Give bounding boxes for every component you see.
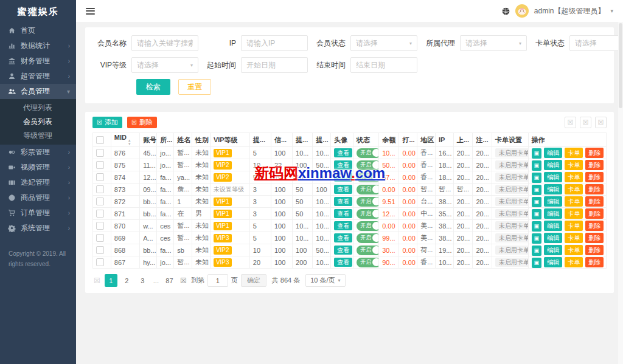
page-number[interactable]: 3 bbox=[136, 274, 149, 287]
card-button[interactable]: 卡单 bbox=[565, 184, 583, 194]
export-icon-button[interactable]: ☒ bbox=[580, 117, 591, 128]
row-detail-icon-button[interactable]: ▣ bbox=[532, 160, 542, 171]
avatar-view-button[interactable]: 查看 bbox=[334, 160, 352, 170]
row-checkbox[interactable] bbox=[96, 246, 104, 254]
avatar-view-button[interactable]: 查看 bbox=[334, 197, 352, 206]
avatar-view-button[interactable]: 查看 bbox=[334, 221, 352, 230]
row-detail-icon-button[interactable]: ▣ bbox=[532, 246, 542, 256]
vip-level-select[interactable]: 请选择▾ bbox=[131, 57, 198, 73]
status-toggle[interactable]: 开启 bbox=[357, 185, 379, 194]
page-number[interactable]: 1 bbox=[105, 274, 117, 287]
card-status-select[interactable]: 请选择▾ bbox=[569, 35, 623, 51]
batch-delete-button[interactable]: ☒ 删除 bbox=[127, 117, 157, 128]
card-button[interactable]: 卡单 bbox=[565, 245, 583, 255]
sidebar-item-members[interactable]: 会员管理▾ bbox=[0, 84, 76, 99]
card-button[interactable]: 卡单 bbox=[565, 233, 583, 243]
ip-input[interactable] bbox=[241, 35, 308, 51]
sidebar-item-video[interactable]: 视频管理› bbox=[0, 160, 76, 175]
reset-button[interactable]: 重置 bbox=[178, 79, 211, 95]
delete-button[interactable]: 删除 bbox=[585, 245, 604, 255]
select-all-checkbox[interactable] bbox=[96, 136, 104, 144]
row-detail-icon-button[interactable]: ▣ bbox=[532, 233, 542, 244]
card-button[interactable]: 卡单 bbox=[565, 160, 583, 170]
globe-icon[interactable] bbox=[502, 7, 510, 15]
delete-button[interactable]: 删除 bbox=[585, 160, 604, 170]
avatar[interactable] bbox=[515, 4, 529, 18]
row-detail-icon-button[interactable]: ▣ bbox=[532, 197, 542, 207]
sidebar-item-agent-list[interactable]: 代理列表 bbox=[0, 101, 76, 115]
agent-select[interactable]: 请选择▾ bbox=[460, 35, 527, 51]
sidebar-item-finance[interactable]: 财务管理› bbox=[0, 53, 76, 69]
sidebar-item-member-list[interactable]: 会员列表 bbox=[0, 115, 76, 129]
row-checkbox[interactable] bbox=[96, 210, 104, 218]
search-button[interactable]: 检索 bbox=[136, 79, 170, 95]
avatar-view-button[interactable]: 查看 bbox=[334, 233, 352, 242]
edit-button[interactable]: 编辑 bbox=[544, 172, 562, 182]
edit-button[interactable]: 编辑 bbox=[544, 148, 562, 158]
row-checkbox[interactable] bbox=[96, 149, 104, 157]
card-button[interactable]: 卡单 bbox=[565, 196, 583, 207]
avatar-view-button[interactable]: 查看 bbox=[334, 258, 352, 267]
delete-button[interactable]: 删除 bbox=[585, 208, 604, 219]
avatar-view-button[interactable]: 查看 bbox=[334, 148, 352, 157]
edit-button[interactable]: 编辑 bbox=[544, 196, 562, 207]
filter-columns-icon-button[interactable]: ☒ bbox=[565, 117, 576, 128]
member-name-input[interactable] bbox=[131, 35, 198, 51]
row-detail-icon-button[interactable]: ▣ bbox=[532, 148, 542, 159]
jump-page-input[interactable] bbox=[207, 274, 228, 287]
delete-button[interactable]: 删除 bbox=[585, 148, 604, 158]
next-page-icon[interactable]: ☒ bbox=[179, 276, 188, 285]
edit-button[interactable]: 编辑 bbox=[544, 245, 562, 255]
sidebar-item-level-manage[interactable]: 等级管理 bbox=[0, 129, 76, 143]
sidebar-item-goods[interactable]: 商品管理› bbox=[0, 190, 76, 205]
avatar-view-button[interactable]: 查看 bbox=[334, 173, 352, 182]
avatar-view-button[interactable]: 查看 bbox=[334, 209, 352, 218]
row-checkbox[interactable] bbox=[96, 258, 104, 266]
avatar-view-button[interactable]: 查看 bbox=[334, 185, 352, 194]
row-detail-icon-button[interactable]: ▣ bbox=[532, 185, 542, 195]
card-button[interactable]: 卡单 bbox=[565, 172, 583, 182]
status-toggle[interactable]: 开启 bbox=[357, 197, 379, 207]
menu-toggle-icon[interactable] bbox=[86, 6, 95, 16]
end-time-input[interactable] bbox=[350, 57, 417, 73]
edit-button[interactable]: 编辑 bbox=[544, 208, 562, 219]
status-toggle[interactable]: 开启 bbox=[357, 246, 379, 255]
sidebar-item-statistics[interactable]: 数据统计› bbox=[0, 38, 76, 53]
card-button[interactable]: 卡单 bbox=[565, 148, 583, 158]
page-number[interactable]: 2 bbox=[120, 274, 133, 287]
jump-confirm-button[interactable]: 确定 bbox=[241, 274, 266, 287]
page-size-select[interactable]: 10 条/页▾ bbox=[305, 274, 345, 287]
row-checkbox[interactable] bbox=[96, 234, 104, 242]
delete-button[interactable]: 删除 bbox=[585, 221, 604, 231]
edit-button[interactable]: 编辑 bbox=[544, 233, 562, 243]
admin-label[interactable]: admin【超级管理员】 bbox=[534, 6, 605, 16]
print-icon-button[interactable]: ☒ bbox=[595, 117, 607, 128]
row-detail-icon-button[interactable]: ▣ bbox=[532, 221, 542, 232]
edit-button[interactable]: 编辑 bbox=[544, 257, 562, 267]
sidebar-item-system[interactable]: 系统管理› bbox=[0, 221, 76, 236]
scrollbar[interactable] bbox=[618, 22, 623, 364]
card-button[interactable]: 卡单 bbox=[565, 257, 583, 267]
card-button[interactable]: 卡单 bbox=[565, 221, 583, 231]
sidebar-item-lottery[interactable]: 彩票管理› bbox=[0, 145, 76, 160]
sidebar-item-home[interactable]: 首页 bbox=[0, 23, 76, 38]
sort-icon[interactable]: ▴▾ bbox=[128, 139, 131, 146]
row-detail-icon-button[interactable]: ▣ bbox=[532, 209, 542, 219]
sidebar-item-xuanfei[interactable]: 选妃管理› bbox=[0, 175, 76, 190]
status-toggle[interactable]: 开启 bbox=[357, 173, 379, 182]
edit-button[interactable]: 编辑 bbox=[544, 221, 562, 231]
add-button[interactable]: ☒ 添加 bbox=[92, 117, 122, 128]
prev-page-icon[interactable]: ☒ bbox=[92, 276, 102, 285]
status-toggle[interactable]: 开启 bbox=[357, 209, 379, 219]
row-checkbox[interactable] bbox=[96, 161, 104, 169]
scrollbar-thumb[interactable] bbox=[619, 23, 622, 108]
edit-button[interactable]: 编辑 bbox=[544, 160, 562, 170]
sidebar-item-orders[interactable]: 订单管理› bbox=[0, 205, 76, 221]
row-detail-icon-button[interactable]: ▣ bbox=[532, 258, 542, 268]
row-checkbox[interactable] bbox=[96, 185, 104, 193]
page-number[interactable]: 87 bbox=[163, 274, 176, 287]
delete-button[interactable]: 删除 bbox=[585, 257, 604, 267]
status-toggle[interactable]: 开启 bbox=[357, 233, 379, 243]
status-toggle[interactable]: 开启 bbox=[357, 258, 379, 267]
row-checkbox[interactable] bbox=[96, 197, 104, 205]
